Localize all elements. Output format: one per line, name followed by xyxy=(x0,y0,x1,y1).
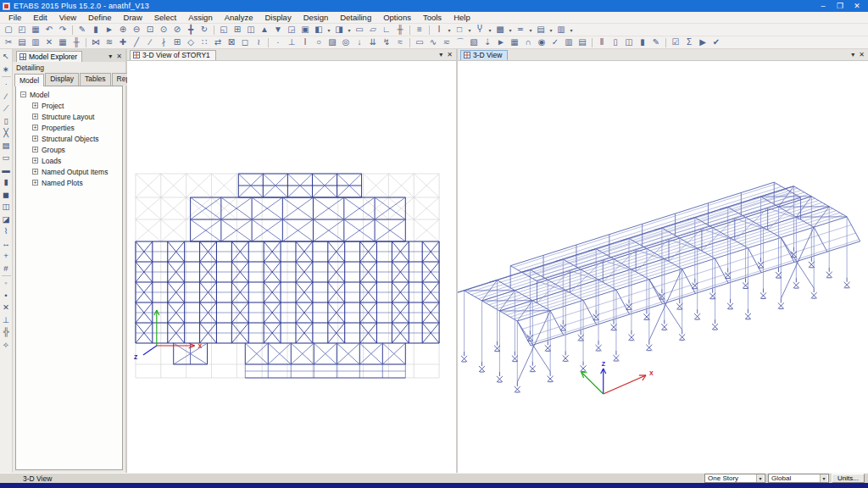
grid-options-icon[interactable]: ╫ xyxy=(393,25,407,36)
view-tab-story1[interactable]: 3-D View of STORY1 xyxy=(130,50,216,60)
assign-restraint-icon[interactable]: ⊥ xyxy=(285,37,298,48)
edit-links-icon[interactable]: ≀ xyxy=(252,37,265,48)
delete-icon[interactable]: ✕ xyxy=(42,37,56,48)
collapse-icon[interactable]: − xyxy=(20,92,26,97)
view-story1-close-icon[interactable]: ✕ xyxy=(447,51,453,58)
tree-node-loads[interactable]: +Loads xyxy=(17,155,121,166)
join-frames-icon[interactable]: ∤ xyxy=(157,37,170,48)
tree-node-properties[interactable]: +Properties xyxy=(17,122,121,133)
select-area-icon[interactable]: ▭ xyxy=(353,25,366,36)
show-loads-icon[interactable]: ⇣ xyxy=(481,37,494,48)
reshape-object-icon[interactable]: ∗ xyxy=(0,64,12,76)
maximize-button[interactable]: ❐ xyxy=(832,0,849,12)
menu-display[interactable]: Display xyxy=(259,12,297,23)
show-undeformed-icon[interactable]: ▭ xyxy=(413,37,426,48)
elevation-view-icon[interactable]: ◫ xyxy=(244,25,258,36)
window-options-icon[interactable]: ◧ xyxy=(312,25,326,36)
chevron-down-icon[interactable]: ▾ xyxy=(568,27,575,33)
restore-full-view-icon[interactable]: ⊙ xyxy=(157,25,170,36)
named-display-icon[interactable]: ◉ xyxy=(535,37,548,48)
edit-stories-icon[interactable]: ▦ xyxy=(56,37,70,48)
table-display-icon[interactable]: ▤ xyxy=(534,25,548,36)
draw-reference-point-icon[interactable]: + xyxy=(0,250,12,263)
snap-intersections-icon[interactable]: ✕ xyxy=(0,302,12,314)
menu-select[interactable]: Select xyxy=(148,12,182,23)
quick-draw-frame-icon[interactable]: ⟋ xyxy=(0,103,12,115)
redo-icon[interactable]: ↷ xyxy=(56,25,70,36)
undo-icon[interactable]: ↶ xyxy=(42,25,56,36)
expand-icon[interactable]: + xyxy=(32,114,38,119)
3d-view-canvas[interactable]: ZX xyxy=(458,61,868,473)
output-tables-icon[interactable]: ▦ xyxy=(508,37,521,48)
menu-assign[interactable]: Assign xyxy=(182,12,219,23)
menu-view[interactable]: View xyxy=(53,12,82,23)
draw-frame-icon[interactable]: ∕ xyxy=(0,91,12,103)
explorer-menu-icon[interactable]: ▾ xyxy=(108,53,112,60)
display-options-icon[interactable]: ▣ xyxy=(298,25,312,36)
frame-section-icon[interactable]: Ⅰ xyxy=(432,25,446,36)
chevron-down-icon[interactable]: ▾ xyxy=(487,27,493,33)
menu-edit[interactable]: Edit xyxy=(27,12,53,23)
response-display-icon[interactable]: ≖ xyxy=(514,25,527,36)
quick-draw-columns-icon[interactable]: ▯ xyxy=(0,115,12,128)
snap-joints-icon[interactable]: ◦ xyxy=(0,277,12,290)
quick-draw-braces-icon[interactable]: ╳ xyxy=(0,127,12,140)
draw-floor-icon[interactable]: ▭ xyxy=(0,152,12,164)
story-selector-dropdown[interactable]: One Story ▾ xyxy=(704,474,765,483)
menu-help[interactable]: Help xyxy=(448,12,476,23)
pan-icon[interactable]: ╋ xyxy=(184,25,198,36)
assign-frame-load-icon[interactable]: ⇊ xyxy=(366,37,380,48)
slow-redraw-icon[interactable]: ✎ xyxy=(75,25,89,36)
story-up-icon[interactable]: ▲ xyxy=(258,25,271,36)
expand-icon[interactable]: + xyxy=(32,103,38,108)
expand-icon[interactable]: + xyxy=(32,125,38,130)
view-3d-menu-icon[interactable]: ▾ xyxy=(851,51,854,58)
mirror-icon[interactable]: ⇄ xyxy=(211,37,225,48)
story1-view-canvas[interactable]: XZ xyxy=(127,61,456,473)
units-button[interactable]: Units... xyxy=(832,474,865,483)
tree-node-structure-layout[interactable]: +Structure Layout xyxy=(17,111,121,122)
animate-icon[interactable]: ► xyxy=(494,37,508,48)
coordinate-system-dropdown[interactable]: Global ▾ xyxy=(768,474,829,483)
add-objects-icon[interactable]: ◻ xyxy=(238,37,252,48)
assign-shell-icon[interactable]: ▨ xyxy=(326,37,339,48)
tree-node-groups[interactable]: +Groups xyxy=(17,144,121,155)
draw-dimension-icon[interactable]: ↔ xyxy=(0,238,12,251)
align-joints-icon[interactable]: ≋ xyxy=(103,37,116,48)
chevron-down-icon[interactable]: ▾ xyxy=(326,27,332,33)
draw-door-icon[interactable]: ◪ xyxy=(0,214,12,226)
view-story1-menu-icon[interactable]: ▾ xyxy=(439,51,442,58)
quick-draw-secondary-beams-icon[interactable]: ▤ xyxy=(0,140,12,152)
draw-mode-icon[interactable]: ◨ xyxy=(332,25,346,36)
new-model-icon[interactable]: ▢ xyxy=(2,25,15,36)
draw-grid-icon[interactable]: # xyxy=(0,263,12,275)
extrude-icon[interactable]: ◇ xyxy=(184,37,198,48)
check-model-icon[interactable]: ✓ xyxy=(548,37,562,48)
minimize-button[interactable]: – xyxy=(815,0,832,12)
design-preferences-icon[interactable]: ☑ xyxy=(669,37,682,48)
load-pattern-icon[interactable]: ▩ xyxy=(493,25,507,36)
menu-analyze[interactable]: Analyze xyxy=(219,12,259,23)
view-tab-3d[interactable]: 3-D View xyxy=(460,50,508,60)
assign-release-icon[interactable]: ○ xyxy=(312,37,326,48)
deselect-icon[interactable]: ▱ xyxy=(366,25,380,36)
show-deformed-icon[interactable]: ∿ xyxy=(426,37,440,48)
menu-detailing[interactable]: Detailing xyxy=(334,12,377,23)
report-icon[interactable]: ▤ xyxy=(576,37,589,48)
assign-diaphragm-icon[interactable]: ◎ xyxy=(339,37,353,48)
merge-joints-icon[interactable]: ⋈ xyxy=(89,37,103,48)
explorer-tab-model[interactable]: Model xyxy=(14,74,44,86)
plan-view-icon[interactable]: ⊞ xyxy=(231,25,244,36)
assign-area-load-icon[interactable]: ↯ xyxy=(380,37,393,48)
draw-joint-icon[interactable]: ∙ xyxy=(0,78,12,91)
verify-all-icon[interactable]: ✔ xyxy=(709,37,723,48)
menu-file[interactable]: File xyxy=(3,12,27,23)
section-cut-icon[interactable]: ∩ xyxy=(521,37,535,48)
draw-link-icon[interactable]: ⌇ xyxy=(0,225,12,238)
measure-icon[interactable]: ∟ xyxy=(380,25,393,36)
expand-icon[interactable]: + xyxy=(32,136,38,141)
menu-options[interactable]: Options xyxy=(377,12,417,23)
interactive-database-icon[interactable]: ▥ xyxy=(562,37,576,48)
open-model-icon[interactable]: ◰ xyxy=(15,25,29,36)
tree-node-model[interactable]: −Model xyxy=(17,89,121,100)
